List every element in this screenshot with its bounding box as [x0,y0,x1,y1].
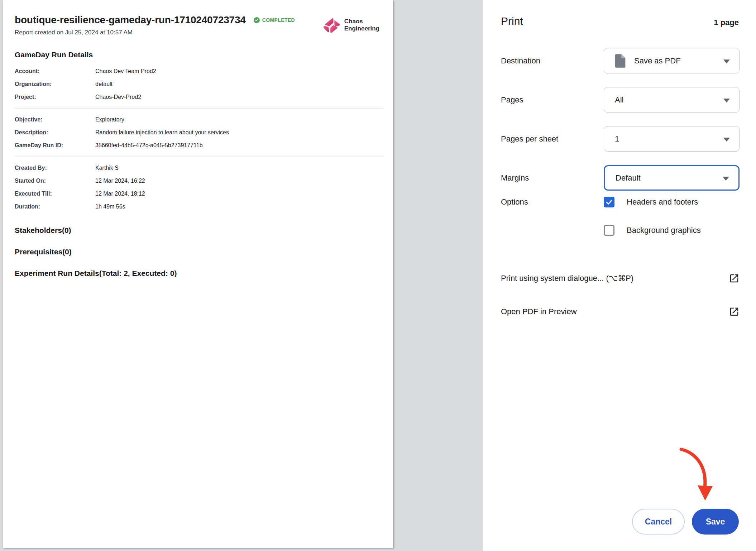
print-dialog: Print 1 page Destination Save as PDF Pag… [483,0,756,551]
pdf-file-icon [615,54,626,68]
detail-value: Chaos Dev Team Prod2 [95,68,156,75]
detail-label: Objective: [15,116,95,123]
pages-value: All [615,95,623,105]
brand-line2: Engineering [344,25,379,32]
detail-row: GameDay Run ID:35660fed-44b5-472c-a045-5… [15,139,384,152]
destination-select[interactable]: Save as PDF [604,48,740,73]
report-created-line: Report created on Jul 25, 2024 at 10:57 … [15,29,295,36]
margins-value: Default [616,173,641,183]
print-dialog-title: Print [501,15,523,27]
detail-value: default [95,81,113,87]
detail-value: 12 Mar 2024, 16:22 [95,178,145,184]
brand-line1: Chaos [344,18,379,25]
pages-select[interactable]: All [604,87,740,112]
detail-row: Objective:Exploratory [15,113,384,126]
detail-label: GameDay Run ID: [15,142,95,149]
chevron-down-icon [723,138,730,142]
page-count: 1 page [714,18,739,27]
detail-row: Created By:Karthik S [15,162,384,174]
detail-value: Exploratory [95,116,124,123]
red-arrow-annotation [668,444,721,507]
option-label: Headers and footers [627,197,698,207]
cancel-button[interactable]: Cancel [632,509,685,535]
detail-row: Duration:1h 49m 56s [15,200,384,213]
detail-label: Description: [15,129,95,136]
prerequisites-heading: Prerequisites(0) [15,248,384,256]
experiments-heading: Experiment Run Details(Total: 2, Execute… [15,269,384,278]
option-headers-and-footers[interactable]: Headers and footers [604,197,701,207]
save-button[interactable]: Save [692,509,739,535]
option-background-graphics[interactable]: Background graphics [604,225,701,236]
external-link-icon [729,273,740,284]
detail-row: Started On:12 Mar 2024, 16:22 [15,174,384,187]
detail-label: Project: [15,94,95,100]
detail-value: 35660fed-44b5-472c-a045-5b273917711b [95,142,203,149]
open-pdf-preview-label: Open PDF in Preview [501,307,577,316]
detail-row: Description:Random failure injection to … [15,126,384,139]
detail-value: 1h 49m 56s [95,203,125,210]
section-divider [15,157,384,157]
status-badge-label: COMPLETED [262,17,295,23]
print-system-dialog-link[interactable]: Print using system dialogue... (⌥⌘P) [501,270,740,287]
chevron-down-icon [723,99,730,102]
print-system-dialog-label: Print using system dialogue... (⌥⌘P) [501,274,633,283]
pages-per-sheet-select[interactable]: 1 [604,126,740,152]
detail-label: Executed Till: [15,191,95,197]
detail-row: Project:Chaos-Dev-Prod2 [15,91,384,104]
detail-row: Organization:default [15,78,384,91]
open-pdf-preview-link[interactable]: Open PDF in Preview [501,303,740,320]
detail-label: Started On: [15,178,95,184]
checkbox-icon[interactable] [604,197,614,207]
chevron-down-icon [723,177,729,181]
options-label: Options [501,197,604,236]
report-title: boutique-resilience-gameday-run-17102407… [15,14,246,26]
option-label: Background graphics [627,226,701,235]
external-link-icon [729,306,740,317]
chaos-engineering-logo-icon [322,16,340,34]
pages-label: Pages [501,95,604,105]
destination-value: Save as PDF [634,56,681,66]
pages-per-sheet-label: Pages per sheet [501,134,604,144]
detail-label: Created By: [15,165,95,171]
detail-value: 12 Mar 2024, 18:12 [95,191,145,197]
detail-label: Organization: [15,81,95,87]
detail-row: Executed Till:12 Mar 2024, 18:12 [15,187,384,200]
margins-select[interactable]: Default [604,165,740,191]
detail-row: Account:Chaos Dev Team Prod2 [15,65,384,78]
margins-label: Margins [501,173,604,183]
details-heading: GameDay Run Details [15,51,384,59]
report-header: boutique-resilience-gameday-run-17102407… [15,14,384,36]
detail-value: Chaos-Dev-Prod2 [95,94,141,100]
chevron-down-icon [723,59,730,63]
detail-value: Karthik S [95,165,119,171]
stakeholders-heading: Stakeholders(0) [15,226,384,235]
status-badge: COMPLETED [254,17,295,23]
pages-per-sheet-value: 1 [615,134,619,144]
detail-value: Random failure injection to learn about … [95,129,229,136]
detail-label: Duration: [15,203,95,210]
destination-label: Destination [501,56,604,66]
detail-label: Account: [15,68,95,75]
check-circle-icon [254,17,260,23]
section-divider [15,108,384,109]
checkbox-icon[interactable] [604,225,614,236]
print-preview-page: boutique-resilience-gameday-run-17102407… [3,0,393,548]
brand-logo: Chaos Engineering [322,16,379,34]
